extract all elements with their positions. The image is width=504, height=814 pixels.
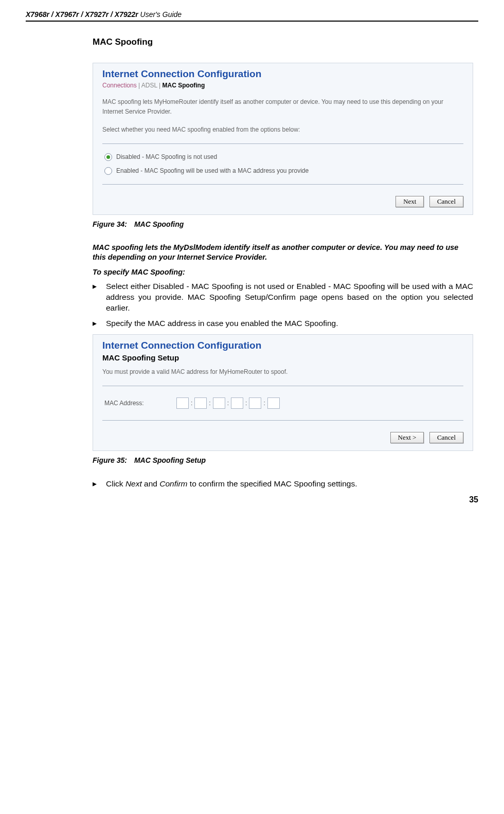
divider bbox=[102, 184, 463, 185]
panel1-desc1: MAC spoofing lets MyHomeRouter identify … bbox=[102, 97, 463, 117]
colon-separator: : bbox=[263, 400, 265, 407]
mac-address-row: MAC Address: : : : : : bbox=[102, 392, 463, 414]
panel2-desc: You must provide a valid MAC address for… bbox=[102, 367, 463, 377]
divider bbox=[102, 143, 463, 144]
bullet-marker-icon: ▸ bbox=[93, 479, 106, 490]
divider bbox=[102, 386, 463, 386]
page-number: 35 bbox=[469, 495, 478, 504]
bullet-3-mid: and bbox=[142, 479, 159, 488]
bullet-2: ▸ Specify the MAC address in case you en… bbox=[93, 318, 473, 329]
panel1-desc2: Select whether you need MAC spoofing ena… bbox=[102, 125, 463, 135]
bullet-1-text: Select either Disabled - MAC Spoofing is… bbox=[106, 281, 473, 314]
radio-disabled-icon[interactable] bbox=[104, 153, 112, 161]
to-specify-heading: To specify MAC Spoofing: bbox=[93, 268, 473, 276]
next-button[interactable]: Next > bbox=[390, 432, 424, 443]
bullet-marker-icon: ▸ bbox=[93, 318, 106, 329]
colon-separator: : bbox=[209, 400, 210, 407]
colon-separator: : bbox=[245, 400, 247, 407]
mac-octet-input[interactable] bbox=[176, 397, 189, 409]
page-header: X7968r / X7967r / X7927r / X7922r User's… bbox=[26, 10, 478, 22]
cancel-button[interactable]: Cancel bbox=[429, 196, 463, 207]
panel2-title: Internet Connection Configuration bbox=[102, 340, 463, 351]
mac-spoofing-panel: Internet Connection Configuration Connec… bbox=[93, 63, 473, 215]
bullet-3-post: to confirm the specified MAC Spoofing se… bbox=[188, 479, 357, 488]
colon-separator: : bbox=[191, 400, 192, 407]
next-button[interactable]: Next bbox=[395, 196, 424, 207]
option-disabled-label: Disabled - MAC Spoofing is not used bbox=[116, 153, 217, 160]
bullet-3-confirm: Confirm bbox=[159, 479, 187, 488]
breadcrumb-connections[interactable]: Connections bbox=[102, 82, 137, 89]
mac-address-label: MAC Address: bbox=[104, 400, 176, 407]
mac-octet-input[interactable] bbox=[249, 397, 261, 409]
bullet-3-pre: Click bbox=[106, 479, 125, 488]
mac-spoofing-setup-panel: Internet Connection Configuration MAC Sp… bbox=[93, 334, 473, 450]
mac-octet-input[interactable] bbox=[213, 397, 225, 409]
cancel-button[interactable]: Cancel bbox=[429, 432, 463, 443]
figure-35-caption: Figure 35: MAC Spoofing Setup bbox=[93, 456, 473, 464]
option-enabled-label: Enabled - MAC Spoofing will be used with… bbox=[116, 167, 309, 174]
bullet-3: ▸ Click Next and Confirm to confirm the … bbox=[93, 479, 473, 490]
mac-octet-input[interactable] bbox=[267, 397, 280, 409]
colon-separator: : bbox=[227, 400, 229, 407]
option-enabled-row[interactable]: Enabled - MAC Spoofing will be used with… bbox=[102, 164, 463, 178]
mac-octet-input[interactable] bbox=[194, 397, 207, 409]
bullet-marker-icon: ▸ bbox=[93, 281, 106, 314]
bullet-2-text: Specify the MAC address in case you enab… bbox=[106, 318, 473, 329]
breadcrumb: Connections | ADSL | MAC Spoofing bbox=[102, 82, 463, 89]
header-suffix: User's Guide bbox=[138, 10, 182, 19]
bullet-3-next: Next bbox=[125, 479, 142, 488]
mac-octet-input[interactable] bbox=[231, 397, 243, 409]
figure-34-caption: Figure 34: MAC Spoofing bbox=[93, 220, 473, 228]
panel2-subtitle: MAC Spoofing Setup bbox=[102, 353, 463, 362]
divider bbox=[102, 420, 463, 421]
header-models: X7968r / X7967r / X7927r / X7922r bbox=[26, 10, 138, 19]
breadcrumb-adsl[interactable]: ADSL bbox=[141, 82, 157, 89]
bullet-1: ▸ Select either Disabled - MAC Spoofing … bbox=[93, 281, 473, 314]
panel1-title: Internet Connection Configuration bbox=[102, 68, 463, 80]
breadcrumb-current: MAC Spoofing bbox=[163, 82, 205, 89]
option-disabled-row[interactable]: Disabled - MAC Spoofing is not used bbox=[102, 150, 463, 164]
radio-enabled-icon[interactable] bbox=[104, 167, 112, 175]
intro-paragraph: MAC spoofing lets the MyDslModem identif… bbox=[93, 243, 473, 263]
section-title: MAC Spoofing bbox=[93, 37, 473, 47]
bullet-3-text: Click Next and Confirm to confirm the sp… bbox=[106, 479, 473, 490]
